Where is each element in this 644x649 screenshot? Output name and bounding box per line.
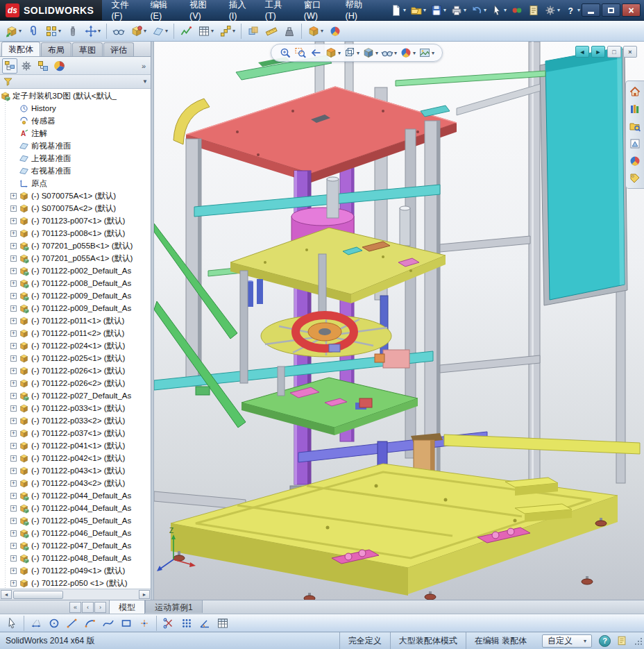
dropdown-arrow-icon[interactable]: ▾ [557, 7, 560, 13]
tree-item-28[interactable]: +(-) 701122-p041<1> (默认) [0, 439, 151, 452]
dropdown-arrow-icon[interactable]: ▾ [577, 7, 580, 13]
print-document-button[interactable]: ▾ [449, 2, 468, 19]
tree-item-35[interactable]: +(-) 701122-p046_Default_As [0, 527, 151, 539]
expand-icon[interactable]: + [10, 505, 17, 512]
tree-item-6[interactable]: 右视基准面 [0, 165, 151, 177]
expand-icon[interactable]: + [10, 493, 17, 499]
dropdown-arrow-icon[interactable]: ▾ [165, 28, 168, 34]
tree-item-13[interactable]: +(-) 707201_p055A<1> (默认) [0, 252, 151, 264]
dropdown-arrow-icon[interactable]: ▾ [232, 28, 235, 34]
tree-item-32[interactable]: +(-) 701122-p044_Default_As [0, 489, 151, 502]
zoom-to-fit-button[interactable] [278, 47, 292, 59]
expand-icon[interactable]: + [10, 380, 17, 387]
close-document-button[interactable]: × [623, 46, 637, 58]
next-document-button[interactable]: ► [591, 46, 605, 58]
tree-item-19[interactable]: +(-) 701122-p011<2> (默认) [0, 327, 151, 339]
expand-icon[interactable]: + [10, 268, 17, 274]
section-view-button[interactable]: ▾ [305, 22, 326, 40]
line-button[interactable] [63, 614, 81, 632]
dropdown-arrow-icon[interactable]: ▾ [19, 28, 22, 34]
file-explorer-button[interactable] [626, 118, 643, 134]
tree-item-15[interactable]: +(-) 701122-p008_Default_As [0, 277, 151, 289]
smart-dimension-button[interactable] [27, 614, 45, 632]
tree-item-36[interactable]: +(-) 701122-p047_Default_As [0, 539, 151, 552]
quick-tips-icon[interactable] [616, 635, 627, 646]
tab-装配体[interactable]: 装配体 [1, 42, 40, 56]
expand-icon[interactable]: + [10, 368, 17, 374]
tree-item-14[interactable]: +(-) 701122-p002_Default_As [0, 264, 151, 277]
assembly-features-button[interactable]: ▾ [128, 22, 149, 40]
tree-item-8[interactable]: +(-) S070075A<1> (默认) [0, 189, 151, 202]
model-door-panel[interactable] [540, 47, 627, 305]
tree-item-2[interactable]: 传感器 [0, 115, 151, 127]
scroll-left-button[interactable]: ◄ [1, 590, 12, 599]
expand-icon[interactable]: + [10, 480, 17, 487]
bill-of-materials-button[interactable]: ▾ [195, 22, 217, 40]
dropdown-arrow-icon[interactable]: ▾ [432, 50, 434, 56]
close-button[interactable]: × [622, 3, 641, 17]
expand-icon[interactable]: + [10, 205, 17, 212]
exploded-view-button[interactable]: ▾ [217, 22, 238, 40]
tree-item-34[interactable]: +(-) 701122-p045_Default_As [0, 514, 151, 527]
dropdown-arrow-icon[interactable]: ▾ [321, 28, 323, 34]
filter-funnel-icon[interactable] [3, 76, 13, 87]
model-green-bar-top[interactable] [396, 71, 545, 86]
expand-icon[interactable]: + [10, 218, 17, 224]
expand-icon[interactable]: + [10, 343, 17, 349]
sketch-table-button[interactable] [214, 614, 232, 632]
tree-item-20[interactable]: +(-) 701122-p024<1> (默认) [0, 339, 151, 352]
expand-icon[interactable]: + [10, 430, 17, 437]
expand-icon[interactable]: + [10, 330, 17, 337]
measure-button[interactable] [262, 22, 280, 40]
expand-icon[interactable]: + [10, 293, 17, 299]
dropdown-arrow-icon[interactable]: ▾ [423, 7, 426, 13]
tree-horizontal-scrollbar[interactable]: ◄ ► [0, 589, 151, 600]
displaymanager-button[interactable] [52, 58, 67, 74]
tree-item-29[interactable]: +(-) 701122-p042<1> (默认) [0, 452, 151, 464]
expand-icon[interactable]: + [10, 243, 17, 249]
smart-fasteners-button[interactable] [64, 22, 82, 40]
spline-button[interactable] [99, 614, 117, 632]
new-motion-study-button[interactable] [177, 22, 195, 40]
point-button[interactable] [135, 614, 153, 632]
overflow-chevron-icon[interactable]: » [142, 62, 149, 70]
circle-button[interactable] [45, 614, 63, 632]
tree-item-1[interactable]: History [0, 102, 151, 115]
graphics-area[interactable]: Z [154, 42, 644, 600]
tree-item-12[interactable]: +(-) 707201_p055B<1> (默认) [0, 239, 151, 252]
expand-icon[interactable]: + [10, 405, 17, 412]
dropdown-arrow-icon[interactable]: ▾ [403, 7, 406, 13]
expand-icon[interactable]: + [10, 555, 17, 562]
mass-properties-button[interactable] [280, 22, 298, 40]
tree-item-9[interactable]: +(-) S070075A<2> (默认) [0, 202, 151, 214]
design-library-button[interactable] [626, 101, 643, 117]
dropdown-arrow-icon[interactable]: ▾ [504, 7, 507, 13]
expand-icon[interactable]: + [10, 318, 17, 324]
expand-icon[interactable]: + [10, 230, 17, 237]
expand-icon[interactable]: + [10, 418, 17, 424]
tree-item-4[interactable]: 前视基准面 [0, 140, 151, 152]
propertymanager-button[interactable] [19, 58, 34, 74]
expand-icon[interactable]: + [10, 468, 17, 474]
zoom-to-area-button[interactable] [294, 47, 307, 59]
tree-item-3[interactable]: A注解 [0, 127, 151, 140]
select-button[interactable]: ▾ [489, 2, 508, 19]
resize-grip[interactable] [633, 636, 643, 646]
menu-item-3[interactable]: 视图(V) [183, 0, 223, 20]
reference-geometry-button[interactable]: ▾ [149, 22, 171, 40]
help-button[interactable]: ? [599, 635, 611, 647]
tree-item-37[interactable]: +(-) 701122-p048_Default_As [0, 552, 151, 564]
expand-icon[interactable]: + [10, 530, 17, 537]
expand-icon[interactable]: + [10, 518, 17, 524]
linear-sketch-pattern-button[interactable] [178, 614, 196, 632]
dropdown-arrow-icon[interactable]: ▾ [413, 50, 416, 56]
expand-icon[interactable]: + [10, 393, 17, 399]
tree-item-17[interactable]: +(-) 701122-p009_Default_As [0, 302, 151, 314]
tab-scroll-button-1[interactable]: « [69, 602, 81, 613]
appearances-button[interactable] [626, 153, 643, 169]
apply-scene-button[interactable]: ▾ [418, 47, 435, 59]
tree-item-7[interactable]: 原点 [0, 177, 151, 189]
dropdown-arrow-icon[interactable]: ▾ [144, 28, 146, 34]
interference-detection-button[interactable] [244, 22, 262, 40]
configurationmanager-button[interactable] [35, 58, 51, 74]
